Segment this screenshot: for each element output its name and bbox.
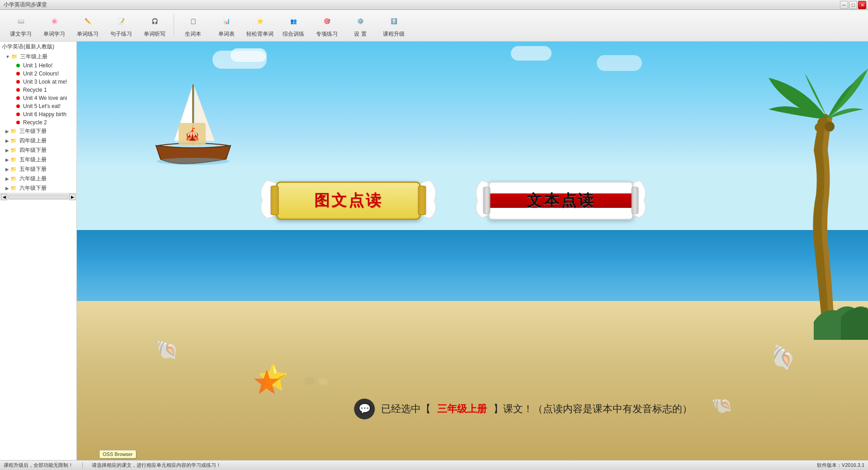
pebbles [303, 376, 329, 388]
folder-arrow: ▼ [5, 54, 10, 59]
settings-label: 设 置 [354, 30, 366, 38]
toolbar-btn-settings[interactable]: ⚙️ 设 置 [344, 12, 377, 40]
toolbar-btn-upgrade[interactable]: ⬆️ 课程升级 [377, 12, 410, 40]
image-text-reading-btn[interactable]: 图文点读 [276, 181, 421, 220]
toolbar-separator [174, 14, 174, 37]
sidebar-tree-item-4[interactable]: Recycle 1 [0, 86, 76, 94]
tree-dot [16, 72, 20, 75]
leaf-label: Unit 6 Happy birth [23, 111, 66, 118]
special-practice-icon: 🎯 [319, 13, 335, 29]
word-dictation-label: 单词听写 [144, 30, 165, 38]
sentence-practice-icon: 📝 [113, 13, 129, 29]
sidebar-tree-item-6[interactable]: Unit 5 Let's eat! [0, 102, 76, 110]
sidebar-tree-item-13[interactable]: ▶ 📁五年级下册 [0, 164, 76, 174]
window-controls: ─ □ ✕ [840, 1, 866, 9]
word-study-label: 单词学习 [43, 30, 65, 38]
word-list-icon: 📊 [218, 13, 235, 29]
folder-label: 四年级上册 [19, 137, 47, 145]
svg-point-8 [815, 123, 824, 132]
toolbar: 📖 课文学习 🌸 单词学习 ✏️ 单词练习 📝 句子练习 🎧 单词听写 📋 生词… [0, 10, 868, 42]
shell-left: 🐚 [156, 339, 179, 361]
close-button[interactable]: ✕ [858, 1, 866, 9]
toolbar-btn-sentence-practice[interactable]: 📝 句子练习 [105, 12, 137, 40]
sidebar-tree-item-5[interactable]: Unit 4 We love ani [0, 94, 76, 102]
sidebar-tree-item-10[interactable]: ▶ 📁四年级上册 [0, 136, 76, 146]
toolbar-btn-vocabulary[interactable]: 📋 生词本 [177, 12, 209, 40]
sidebar-root[interactable]: 小学英语(最新人教版) [0, 42, 76, 52]
tree-dot [16, 96, 20, 100]
toolbar-btn-word-practice[interactable]: ✏️ 单词练习 [71, 12, 104, 40]
sidebar-tree-item-7[interactable]: Unit 6 Happy birth [0, 110, 76, 118]
tree-dot [16, 80, 20, 84]
lesson-study-label: 课文学习 [10, 30, 32, 38]
status-message: 💬 已经选中【 三年级上册 】课文！（点读内容是课本中有发音标志的） [354, 399, 692, 419]
sidebar-tree-item-1[interactable]: Unit 1 Hello! [0, 61, 76, 70]
folder-arrow: ▶ [5, 157, 9, 162]
folder-arrow: ▶ [5, 176, 9, 181]
sidebar-tree-item-14[interactable]: ▶ 📁六年级上册 [0, 174, 76, 183]
sidebar-tree-item-2[interactable]: Unit 2 Colours! [0, 70, 76, 78]
sidebar-tree-item-12[interactable]: ▶ 📁五年级上册 [0, 155, 76, 164]
cloud-2 [231, 48, 267, 62]
status-left2: 请选择相应的课文，进行相应单元相应内容的学习或练习！ [92, 462, 221, 469]
toolbar-btn-lesson-study[interactable]: 📖 课文学习 [5, 12, 37, 40]
leaf-label: Unit 4 We love ani [23, 95, 67, 101]
tree-dot [16, 64, 20, 67]
folder-icon: 📁 [10, 176, 17, 182]
minimize-button[interactable]: ─ [840, 1, 848, 9]
toolbar-btn-word-study[interactable]: 🌸 单词学习 [38, 12, 71, 40]
folder-label: 五年级下册 [19, 165, 47, 173]
btn1-label: 图文点读 [314, 190, 383, 211]
folder-arrow: ▶ [5, 186, 9, 191]
main-layout: 小学英语(最新人教版) ▼ 📁三年级上册Unit 1 Hello!Unit 2 … [0, 42, 868, 460]
scroll-right-btn[interactable]: ▶ [69, 194, 75, 200]
toolbar-btn-special-practice[interactable]: 🎯 专项练习 [311, 12, 343, 40]
lesson-study-icon: 📖 [13, 13, 29, 29]
folder-label: 六年级上册 [19, 175, 47, 183]
status-highlight: 三年级上册 [437, 402, 487, 416]
sidebar-tree-item-8[interactable]: Recycle 2 [0, 118, 76, 127]
special-practice-label: 专项练习 [316, 30, 338, 38]
toolbar-btn-word-list[interactable]: 📊 单词表 [210, 12, 243, 40]
upgrade-icon: ⬆️ [386, 13, 402, 29]
folder-label: 五年级上册 [19, 156, 47, 164]
tree-dot [16, 88, 20, 92]
scroll-left-btn[interactable]: ◀ [1, 194, 7, 200]
leaf-label: Unit 1 Hello! [23, 62, 52, 69]
folder-icon: 📁 [10, 166, 17, 172]
vocabulary-label: 生词本 [185, 30, 201, 38]
toolbar-btn-comprehensive[interactable]: 👥 综合训练 [277, 12, 310, 40]
maximize-button[interactable]: □ [849, 1, 857, 9]
folder-icon: 📁 [10, 138, 17, 144]
settings-icon: ⚙️ [352, 13, 368, 29]
folder-icon: 📁 [10, 128, 17, 134]
status-bar: 课程升级后，全部功能无限制！ 请选择相应的课文，进行相应单元相应内容的学习或练习… [0, 460, 868, 470]
word-list-label: 单词表 [218, 30, 235, 38]
toolbar-btn-word-dictation[interactable]: 🎧 单词听写 [138, 12, 171, 40]
leaf-label: Unit 3 Look at me! [23, 79, 67, 85]
comprehensive-label: 综合训练 [283, 30, 304, 38]
folder-arrow: ▶ [5, 138, 9, 143]
text-reading-btn[interactable]: 文本点读 [489, 181, 633, 220]
svg-marker-9 [254, 370, 279, 394]
status-text-2: 】课文！（点读内容是课本中有发音标志的） [493, 402, 692, 416]
horizontal-scrollbar[interactable] [8, 195, 68, 199]
upgrade-label: 课程升级 [383, 30, 405, 38]
folder-label: 三年级下册 [19, 127, 47, 135]
sidebar-tree-item-9[interactable]: ▶ 📁三年级下册 [0, 127, 76, 136]
toolbar-btn-easy-words[interactable]: ⭐ 轻松背单词 [244, 12, 276, 40]
leaf-label: Recycle 2 [23, 119, 47, 126]
folder-arrow: ▶ [5, 167, 9, 172]
comprehensive-icon: 👥 [285, 13, 302, 29]
leaf-label: Unit 5 Let's eat! [23, 103, 61, 109]
folder-label: 三年级上册 [20, 53, 47, 61]
sidebar-tree-item-0[interactable]: ▼ 📁三年级上册 [0, 52, 76, 61]
sidebar-tree-item-15[interactable]: ▶ 📁六年级下册 [0, 183, 76, 193]
palm-tree-decoration [723, 60, 868, 340]
content-area: 🎪 🐚 ⭐ [77, 42, 868, 460]
sidebar-tree-item-11[interactable]: ▶ 📁四年级下册 [0, 146, 76, 155]
folder-arrow: ▶ [5, 129, 9, 134]
btn2-label: 文本点读 [527, 190, 595, 211]
svg-text:🎪: 🎪 [184, 127, 200, 142]
sidebar-tree-item-3[interactable]: Unit 3 Look at me! [0, 78, 76, 86]
